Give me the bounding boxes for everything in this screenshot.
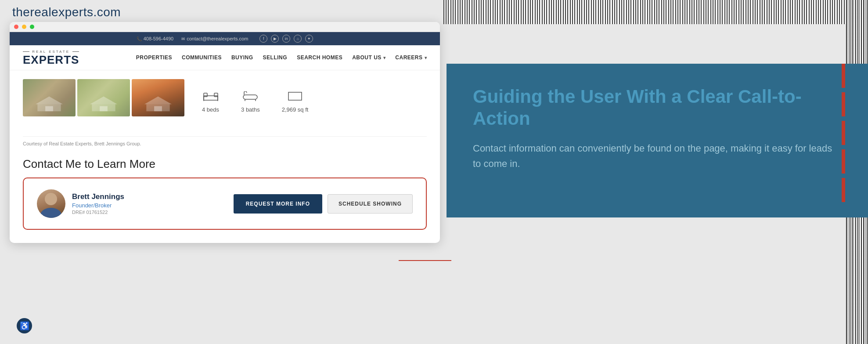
svg-marker-3 (90, 96, 117, 104)
barcode-top (443, 0, 846, 24)
svg-rect-11 (214, 93, 218, 97)
agent-name: Brett Jennings (72, 192, 124, 201)
svg-rect-18 (288, 92, 302, 100)
browser-dot-minimize[interactable] (22, 25, 26, 29)
right-panel-heading: Guiding the User With a Clear Call-to-Ac… (473, 86, 842, 130)
sqft-stat: 2,969 sq ft (282, 91, 309, 113)
top-bar: 📞 408-596-4490 ✉ contact@therealexperts.… (10, 32, 440, 45)
svg-rect-14 (243, 95, 257, 99)
sqft-icon (288, 91, 303, 104)
property-image-3[interactable] (132, 79, 184, 116)
watermark-text: therealexperts.com (12, 5, 121, 19)
svg-rect-10 (204, 93, 207, 97)
linkedin-icon[interactable]: in (282, 35, 290, 43)
property-images (23, 79, 184, 116)
accessibility-icon: ♿ (20, 321, 29, 331)
bath-icon (243, 91, 258, 104)
contact-card: Brett Jennings Founder/Broker DRE# 01761… (23, 177, 427, 230)
nav-search-homes[interactable]: SEARCH HOMES (297, 54, 342, 61)
email-address: contact@therealexperts.com (187, 36, 248, 41)
browser-dot-maximize[interactable] (30, 25, 34, 29)
beds-label: 4 beds (202, 106, 219, 113)
courtesy-text: Courtesy of Real Estate Experts, Brett J… (23, 136, 427, 146)
property-image-1[interactable] (23, 79, 76, 116)
phone-item[interactable]: 📞 408-596-4490 (137, 36, 174, 41)
nav-careers[interactable]: CAREERS ▾ (395, 54, 427, 61)
svg-rect-2 (45, 106, 53, 112)
svg-rect-5 (100, 106, 108, 112)
baths-stat: 3 baths (241, 91, 260, 113)
nav-buying[interactable]: BUYING (231, 54, 253, 61)
agent-title: Founder/Broker (72, 202, 124, 209)
careers-dropdown-arrow: ▾ (425, 55, 427, 60)
beds-stat: 4 beds (202, 91, 219, 113)
svg-rect-21 (46, 210, 56, 216)
nav-about-us[interactable]: ABOUT US ▾ (352, 54, 385, 61)
agent-info: Brett Jennings Founder/Broker DRE# 01761… (37, 189, 124, 218)
bed-icon (203, 91, 218, 104)
email-item[interactable]: ✉ contact@therealexperts.com (181, 36, 248, 41)
home-icon[interactable]: ⌂ (294, 35, 302, 43)
phone-number: 408-596-4490 (144, 36, 174, 41)
marker-1 (842, 64, 845, 88)
sqft-label: 2,969 sq ft (282, 106, 309, 113)
navbar: REAL ESTATE EXPERTS PROPERTIES COMMUNITI… (10, 45, 440, 70)
marker-3 (842, 121, 845, 145)
browser-dot-close[interactable] (14, 25, 18, 29)
agent-avatar (37, 189, 65, 218)
arrow-indicator-line (399, 260, 451, 261)
yelp-icon[interactable]: ✦ (305, 35, 313, 43)
email-icon: ✉ (181, 36, 185, 41)
logo[interactable]: REAL ESTATE EXPERTS (23, 50, 79, 65)
svg-point-19 (45, 193, 57, 205)
marker-4 (842, 149, 845, 174)
marker-2 (842, 92, 845, 116)
nav-selling[interactable]: SELLING (263, 54, 288, 61)
svg-rect-8 (154, 106, 162, 112)
images-and-stats: 4 beds 3 baths (23, 79, 427, 125)
property-image-2[interactable] (77, 79, 130, 116)
main-content: 4 beds 3 baths (10, 70, 440, 243)
nav-links: PROPERTIES COMMUNITIES BUYING SELLING SE… (136, 54, 427, 61)
browser-window: 📞 408-596-4490 ✉ contact@therealexperts.… (10, 22, 440, 243)
svg-marker-0 (36, 96, 63, 104)
about-dropdown-arrow: ▾ (383, 55, 386, 60)
browser-chrome (10, 22, 440, 32)
phone-icon: 📞 (137, 36, 142, 41)
panel-markers (842, 64, 845, 202)
logo-main-text: EXPERTS (23, 54, 79, 65)
baths-label: 3 baths (241, 106, 260, 113)
social-icons: f ▶ in ⌂ ✦ (259, 35, 313, 43)
nav-communities[interactable]: COMMUNITIES (182, 54, 222, 61)
schedule-showing-button[interactable]: SCHEDULE SHOWING (328, 194, 413, 214)
agent-details: Brett Jennings Founder/Broker DRE# 01761… (72, 192, 124, 215)
facebook-icon[interactable]: f (259, 35, 267, 43)
right-panel: Guiding the User With a Clear Call-to-Ac… (447, 64, 868, 217)
contact-heading: Contact Me to Learn More (23, 157, 427, 171)
nav-properties[interactable]: PROPERTIES (136, 54, 172, 61)
youtube-icon[interactable]: ▶ (271, 35, 279, 43)
contact-buttons: REQUEST MORE INFO SCHEDULE SHOWING (234, 194, 413, 214)
svg-marker-6 (144, 96, 172, 104)
right-panel-body: Contact information can conveniently be … (473, 141, 842, 171)
property-stats: 4 beds 3 baths (202, 91, 308, 113)
agent-dre: DRE# 01761522 (72, 210, 124, 215)
request-more-info-button[interactable]: REQUEST MORE INFO (234, 194, 322, 214)
accessibility-button[interactable]: ♿ (17, 318, 32, 333)
marker-5 (842, 178, 845, 202)
